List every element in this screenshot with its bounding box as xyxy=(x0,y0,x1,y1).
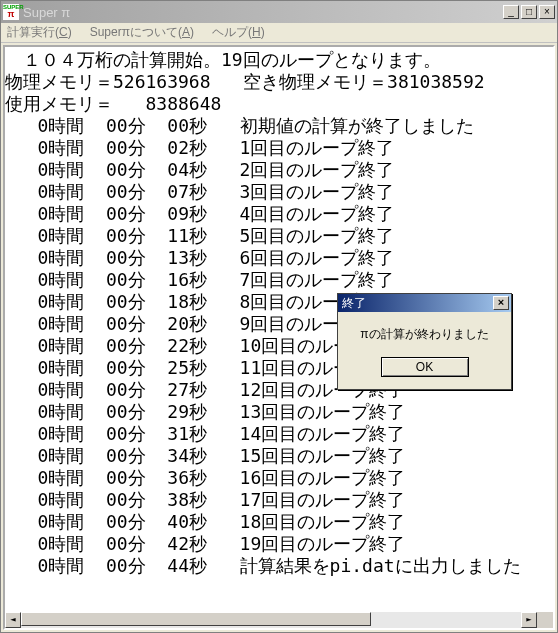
log-line: 0時間 00分 44秒 計算結果をpi.datに出力しました xyxy=(5,555,553,577)
window-title: Super π xyxy=(23,5,70,20)
menu-help[interactable]: ヘルプ(H) xyxy=(212,24,265,41)
dialog-titlebar[interactable]: 終了 × xyxy=(338,294,511,312)
content-area: １０４万桁の計算開始。19回のループとなります。物理メモリ＝526163968 … xyxy=(3,45,555,630)
scroll-track[interactable] xyxy=(21,612,521,628)
horizontal-scrollbar[interactable]: ◄ ► xyxy=(5,612,537,628)
titlebar[interactable]: SUPER π Super π _ □ × xyxy=(1,1,557,23)
app-window: SUPER π Super π _ □ × 計算実行(C) Superπについて… xyxy=(0,0,558,633)
log-line: 0時間 00分 00秒 初期値の計算が終了しました xyxy=(5,115,553,137)
maximize-button[interactable]: □ xyxy=(521,5,537,19)
log-line: 0時間 00分 02秒 1回目のループ終了 xyxy=(5,137,553,159)
menu-calc[interactable]: 計算実行(C) xyxy=(7,24,72,41)
minimize-button[interactable]: _ xyxy=(503,5,519,19)
log-line: 0時間 00分 29秒 13回目のループ終了 xyxy=(5,401,553,423)
completion-dialog: 終了 × πの計算が終わりました OK xyxy=(337,293,512,390)
close-button[interactable]: × xyxy=(539,5,555,19)
log-line: １０４万桁の計算開始。19回のループとなります。 xyxy=(5,49,553,71)
log-line: 0時間 00分 13秒 6回目のループ終了 xyxy=(5,247,553,269)
dialog-close-button[interactable]: × xyxy=(493,296,509,310)
log-line: 0時間 00分 07秒 3回目のループ終了 xyxy=(5,181,553,203)
log-line: 0時間 00分 04秒 2回目のループ終了 xyxy=(5,159,553,181)
log-line: 0時間 00分 38秒 17回目のループ終了 xyxy=(5,489,553,511)
app-icon: SUPER π xyxy=(3,4,19,20)
scroll-thumb[interactable] xyxy=(21,612,371,626)
log-line: 0時間 00分 42秒 19回目のループ終了 xyxy=(5,533,553,555)
log-line: 0時間 00分 11秒 5回目のループ終了 xyxy=(5,225,553,247)
menu-about[interactable]: Superπについて(A) xyxy=(90,24,194,41)
dialog-message: πの計算が終わりました xyxy=(348,326,501,343)
scroll-left-button[interactable]: ◄ xyxy=(5,612,21,628)
scroll-right-button[interactable]: ► xyxy=(521,612,537,628)
log-line: 0時間 00分 09秒 4回目のループ終了 xyxy=(5,203,553,225)
dialog-title: 終了 xyxy=(342,295,366,312)
menubar: 計算実行(C) Superπについて(A) ヘルプ(H) xyxy=(1,23,557,43)
log-line: 0時間 00分 16秒 7回目のループ終了 xyxy=(5,269,553,291)
ok-button[interactable]: OK xyxy=(381,357,469,377)
log-line: 物理メモリ＝526163968 空き物理メモリ＝381038592 xyxy=(5,71,553,93)
log-line: 0時間 00分 31秒 14回目のループ終了 xyxy=(5,423,553,445)
log-line: 0時間 00分 34秒 15回目のループ終了 xyxy=(5,445,553,467)
log-line: 0時間 00分 40秒 18回目のループ終了 xyxy=(5,511,553,533)
log-line: 0時間 00分 36秒 16回目のループ終了 xyxy=(5,467,553,489)
log-line: 使用メモリ＝ 8388648 xyxy=(5,93,553,115)
size-grip[interactable] xyxy=(537,612,553,628)
